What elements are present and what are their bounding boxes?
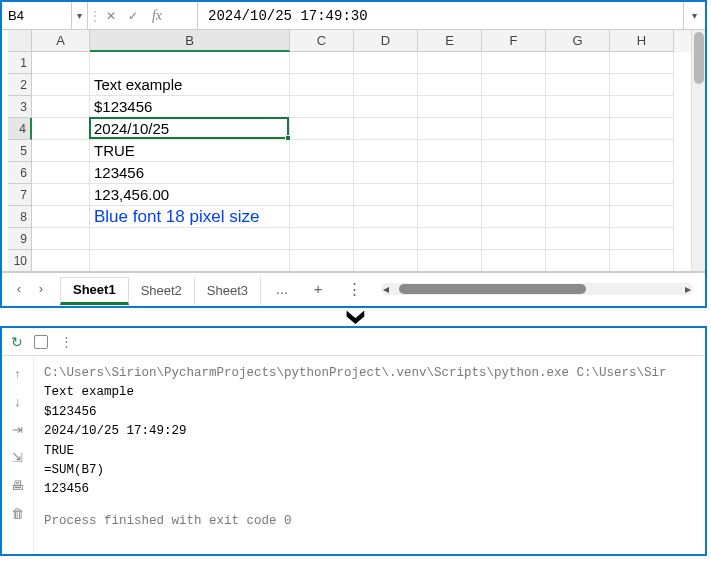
cell[interactable]	[610, 206, 674, 228]
prev-sheet-icon[interactable]: ‹	[8, 278, 30, 300]
cell[interactable]	[32, 228, 90, 250]
sheet-tab[interactable]: Sheet1	[60, 277, 129, 305]
cell[interactable]	[354, 140, 418, 162]
cell[interactable]	[354, 250, 418, 271]
cell[interactable]	[290, 52, 354, 74]
cell[interactable]	[32, 250, 90, 271]
pane-divider-chevron-icon[interactable]: ❯	[0, 308, 711, 326]
cell[interactable]	[482, 184, 546, 206]
step-over-icon[interactable]: ↑	[9, 364, 27, 382]
cell[interactable]	[546, 162, 610, 184]
column-header-D[interactable]: D	[354, 30, 418, 52]
next-sheet-icon[interactable]: ›	[30, 278, 52, 300]
cell[interactable]	[610, 162, 674, 184]
cell[interactable]	[418, 52, 482, 74]
scroll-thumb[interactable]	[399, 284, 586, 294]
cell[interactable]	[32, 162, 90, 184]
column-header-G[interactable]: G	[546, 30, 610, 52]
column-header-F[interactable]: F	[482, 30, 546, 52]
cell[interactable]	[32, 140, 90, 162]
cell[interactable]	[290, 96, 354, 118]
scroll-thumb[interactable]	[694, 32, 704, 84]
cell[interactable]	[610, 96, 674, 118]
cell[interactable]	[610, 228, 674, 250]
cell[interactable]	[418, 206, 482, 228]
cell[interactable]	[354, 228, 418, 250]
cell[interactable]	[354, 162, 418, 184]
cell[interactable]	[610, 74, 674, 96]
cell[interactable]	[32, 96, 90, 118]
cell-B2[interactable]: Text example	[90, 74, 290, 96]
row-header[interactable]: 3	[8, 96, 32, 118]
formula-input[interactable]: 2024/10/25 17:49:30	[198, 2, 683, 29]
cell[interactable]	[354, 96, 418, 118]
cell[interactable]	[290, 206, 354, 228]
cell[interactable]	[418, 228, 482, 250]
cell[interactable]	[90, 52, 290, 74]
accept-icon[interactable]: ✓	[122, 5, 144, 27]
cell[interactable]	[418, 118, 482, 140]
cell[interactable]	[610, 184, 674, 206]
cell[interactable]	[546, 118, 610, 140]
cell[interactable]	[546, 52, 610, 74]
column-header-B[interactable]: B	[90, 30, 290, 52]
cell[interactable]	[32, 118, 90, 140]
cell[interactable]	[418, 140, 482, 162]
cell[interactable]	[546, 140, 610, 162]
cell[interactable]	[290, 140, 354, 162]
chevron-down-icon[interactable]: ▾	[71, 2, 87, 29]
cell[interactable]	[354, 184, 418, 206]
cell[interactable]	[90, 228, 290, 250]
cell[interactable]	[482, 162, 546, 184]
name-box[interactable]: B4 ▾	[2, 2, 88, 29]
wrap-icon[interactable]: ⇥	[9, 420, 27, 438]
cell[interactable]	[354, 52, 418, 74]
column-header-H[interactable]: H	[610, 30, 674, 52]
expand-formula-bar-icon[interactable]: ▾	[683, 2, 705, 29]
cell[interactable]	[290, 74, 354, 96]
cell[interactable]	[610, 250, 674, 271]
row-header[interactable]: 10	[8, 250, 32, 271]
cell-B3[interactable]: $123456	[90, 96, 290, 118]
cell[interactable]	[546, 96, 610, 118]
cell[interactable]	[290, 184, 354, 206]
cell[interactable]	[418, 96, 482, 118]
cell-B5[interactable]: TRUE	[90, 140, 290, 162]
column-header-C[interactable]: C	[290, 30, 354, 52]
cell[interactable]	[418, 74, 482, 96]
sheet-tab[interactable]: Sheet2	[129, 277, 195, 305]
row-header[interactable]: 5	[8, 140, 32, 162]
cell[interactable]	[90, 250, 290, 271]
cell[interactable]	[32, 74, 90, 96]
row-header[interactable]: 1	[8, 52, 32, 74]
scroll-left-icon[interactable]: ◂	[383, 282, 389, 296]
cancel-icon[interactable]: ✕	[100, 5, 122, 27]
cell[interactable]	[418, 250, 482, 271]
cell[interactable]	[290, 118, 354, 140]
row-header[interactable]: 2	[8, 74, 32, 96]
cell[interactable]	[546, 184, 610, 206]
cell[interactable]	[482, 228, 546, 250]
cell[interactable]	[610, 140, 674, 162]
cell[interactable]	[482, 74, 546, 96]
column-header-E[interactable]: E	[418, 30, 482, 52]
cell[interactable]	[482, 140, 546, 162]
column-header-A[interactable]: A	[32, 30, 90, 52]
stop-icon[interactable]	[34, 335, 48, 349]
step-down-icon[interactable]: ↓	[9, 392, 27, 410]
cell[interactable]	[482, 52, 546, 74]
cell[interactable]	[354, 118, 418, 140]
cell-B8[interactable]: Blue font 18 pixel size	[90, 206, 290, 228]
cell[interactable]	[546, 206, 610, 228]
fx-icon[interactable]: fx	[144, 5, 170, 27]
cell-B6[interactable]: 123456	[90, 162, 290, 184]
trash-icon[interactable]: 🗑	[9, 504, 27, 522]
cell[interactable]	[32, 184, 90, 206]
tabs-menu-icon[interactable]: ⋮	[339, 280, 369, 298]
cell[interactable]	[354, 74, 418, 96]
cell[interactable]	[290, 250, 354, 271]
cell[interactable]	[546, 250, 610, 271]
terminal-output[interactable]: C:\Users\Sirion\PycharmProjects\pythonPr…	[34, 356, 705, 554]
cell[interactable]	[32, 52, 90, 74]
restart-icon[interactable]: ↻	[8, 333, 26, 351]
